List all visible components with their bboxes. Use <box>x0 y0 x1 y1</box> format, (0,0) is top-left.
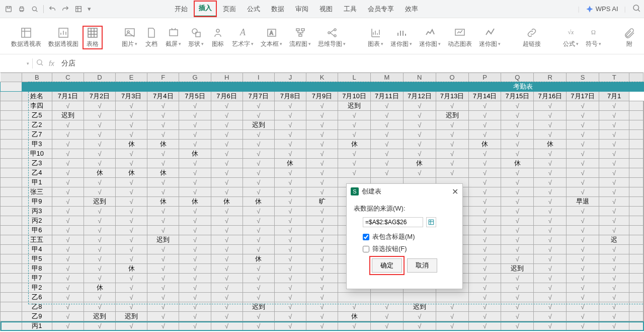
pivot-table-button[interactable]: 数据透视表 <box>8 26 44 49</box>
attendance-cell[interactable]: √ <box>468 312 501 321</box>
column-header[interactable]: I <box>243 73 274 82</box>
attendance-cell[interactable]: √ <box>567 283 599 293</box>
attendance-cell[interactable]: 休 <box>468 140 501 149</box>
attendance-cell[interactable]: √ <box>599 197 629 207</box>
attendance-cell[interactable]: √ <box>567 293 599 302</box>
attendance-cell[interactable]: √ <box>534 312 567 321</box>
attendance-cell[interactable]: 旷 <box>306 197 338 207</box>
tab-review[interactable]: 审阅 <box>290 2 313 17</box>
pivot-chart-button[interactable]: 数据透视图 <box>45 26 82 49</box>
attendance-cell[interactable]: √ <box>274 197 306 207</box>
attendance-cell[interactable]: √ <box>567 159 599 168</box>
attendance-cell[interactable]: √ <box>599 254 629 264</box>
tab-formula[interactable]: 公式 <box>242 2 265 17</box>
attendance-cell[interactable]: √ <box>534 216 567 226</box>
attendance-cell[interactable]: √ <box>116 159 147 168</box>
dynamic-chart-button[interactable]: 动态图表 <box>445 26 475 49</box>
attendance-cell[interactable]: √ <box>567 216 599 226</box>
attendance-cell[interactable]: √ <box>501 321 534 331</box>
attendance-cell[interactable]: √ <box>370 159 403 168</box>
attendance-cell[interactable]: √ <box>370 168 403 178</box>
name-cell[interactable]: 甲2 <box>22 283 52 293</box>
name-cell[interactable]: 甲1 <box>22 178 52 187</box>
attendance-cell[interactable]: √ <box>338 120 371 130</box>
attendance-cell[interactable]: √ <box>147 178 179 187</box>
attendance-cell[interactable]: √ <box>468 226 501 235</box>
attendance-cell[interactable]: √ <box>274 168 306 178</box>
column-header[interactable]: N <box>403 73 436 82</box>
attendance-cell[interactable]: √ <box>468 178 501 187</box>
attendance-cell[interactable]: √ <box>567 187 599 197</box>
attendance-cell[interactable]: 迟到 <box>116 312 147 321</box>
attendance-cell[interactable]: √ <box>84 130 115 140</box>
preview-icon[interactable] <box>29 4 40 15</box>
attendance-cell[interactable]: √ <box>567 226 599 235</box>
attendance-cell[interactable]: √ <box>274 207 306 216</box>
attendance-cell[interactable]: √ <box>306 235 338 245</box>
attendance-cell[interactable]: √ <box>534 264 567 274</box>
column-header[interactable]: Q <box>501 73 534 82</box>
table-quick-icon[interactable] <box>73 4 84 15</box>
tab-view[interactable]: 视图 <box>314 2 338 17</box>
name-cell[interactable]: 乙7 <box>22 130 52 140</box>
attendance-cell[interactable]: √ <box>306 264 338 274</box>
name-cell[interactable]: 乙9 <box>22 312 52 321</box>
attendance-cell[interactable]: √ <box>274 216 306 226</box>
attendance-cell[interactable]: √ <box>599 111 629 120</box>
attendance-cell[interactable]: √ <box>179 226 211 235</box>
attendance-cell[interactable]: √ <box>211 264 243 274</box>
wps-ai-button[interactable]: WPS AI <box>586 5 618 13</box>
chart-button[interactable]: 图表▾ <box>365 26 386 49</box>
column-header[interactable]: P <box>468 73 501 82</box>
attendance-cell[interactable]: √ <box>179 187 211 197</box>
picture-button[interactable]: 图片▾ <box>119 26 140 49</box>
tab-member[interactable]: 会员专享 <box>363 2 399 17</box>
attendance-cell[interactable]: 迟到 <box>52 111 84 120</box>
attendance-cell[interactable]: √ <box>84 274 115 283</box>
attendance-cell[interactable]: √ <box>84 120 115 130</box>
attendance-cell[interactable]: √ <box>501 178 534 187</box>
attendance-cell[interactable]: √ <box>211 101 243 111</box>
attendance-cell[interactable]: √ <box>274 264 306 274</box>
attendance-cell[interactable]: √ <box>52 293 84 302</box>
attendance-cell[interactable]: √ <box>599 264 629 274</box>
attendance-cell[interactable]: √ <box>179 120 211 130</box>
attendance-cell[interactable]: √ <box>338 149 371 159</box>
symbol-button[interactable]: Ω符号▾ <box>583 26 604 49</box>
attendance-cell[interactable]: √ <box>52 168 84 178</box>
attendance-cell[interactable]: √ <box>306 283 338 293</box>
attendance-cell[interactable]: √ <box>116 101 147 111</box>
attendance-cell[interactable]: √ <box>179 111 211 120</box>
attendance-cell[interactable]: √ <box>436 140 468 149</box>
attendance-cell[interactable]: √ <box>501 274 534 283</box>
attendance-cell[interactable]: √ <box>468 159 501 168</box>
attendance-cell[interactable] <box>403 293 436 302</box>
attendance-cell[interactable]: √ <box>599 302 629 312</box>
attendance-cell[interactable]: √ <box>179 207 211 216</box>
attendance-cell[interactable]: √ <box>84 226 115 235</box>
attendance-cell[interactable]: √ <box>243 321 274 331</box>
attendance-cell[interactable]: √ <box>436 321 468 331</box>
name-cell[interactable]: 乙6 <box>22 293 52 302</box>
attendance-cell[interactable]: √ <box>370 101 403 111</box>
flowchart-button[interactable]: 流程图▾ <box>286 26 314 49</box>
textbox-button[interactable]: A文本框▾ <box>258 26 285 49</box>
attendance-cell[interactable]: √ <box>147 216 179 226</box>
attendance-cell[interactable]: √ <box>211 159 243 168</box>
attendance-cell[interactable]: √ <box>179 168 211 178</box>
attendance-cell[interactable]: √ <box>501 140 534 149</box>
attendance-cell[interactable]: √ <box>468 302 501 312</box>
attendance-cell[interactable]: √ <box>211 111 243 120</box>
attendance-cell[interactable]: √ <box>306 302 338 312</box>
attendance-cell[interactable]: √ <box>179 274 211 283</box>
attendance-cell[interactable]: √ <box>599 101 629 111</box>
attendance-cell[interactable]: √ <box>501 283 534 293</box>
attendance-cell[interactable]: 迟到 <box>243 302 274 312</box>
attendance-cell[interactable]: 休 <box>84 283 115 293</box>
equation-button[interactable]: √x公式▾ <box>560 26 582 49</box>
attendance-cell[interactable]: √ <box>84 207 115 216</box>
attendance-cell[interactable]: √ <box>403 130 436 140</box>
attendance-cell[interactable]: √ <box>211 274 243 283</box>
attendance-cell[interactable]: √ <box>211 226 243 235</box>
formula-input[interactable]: 分店 <box>57 59 641 68</box>
